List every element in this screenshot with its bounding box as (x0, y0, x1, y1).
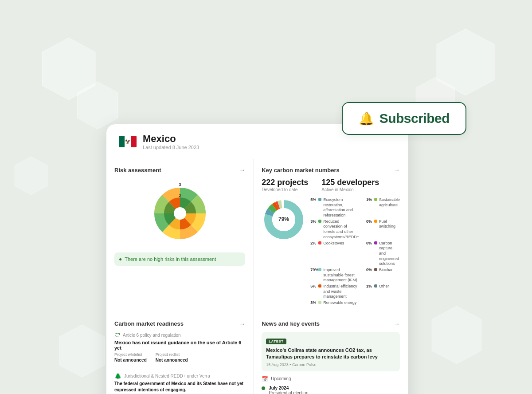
legend-item: 79% Improved sustainable forest manageme… (310, 268, 359, 283)
upcoming-section: 📅 Upcoming July 2024 Presidential electi… (262, 376, 400, 394)
carbon-donut-chart: 79% (262, 197, 306, 242)
svg-marker-6 (15, 157, 47, 195)
svg-text:2: 2 (179, 193, 181, 198)
legend-pct: 3% (310, 219, 317, 225)
legend-label: Renewable energy (323, 300, 356, 306)
legend-item: 0% Fuel switching (366, 219, 400, 240)
projects-label: Developed to date (262, 187, 308, 192)
legend-dot (374, 198, 377, 201)
legend-label: Cookstoves (323, 241, 344, 246)
news-panel-title: News and key events (262, 320, 320, 327)
calendar-icon: 📅 (262, 376, 268, 382)
legend-pct: 2% (310, 241, 317, 246)
carbon-stats: 222 projects Developed to date 125 devel… (262, 178, 400, 192)
timeline-content-1: July 2024 Presidential election (269, 386, 309, 394)
readiness-icon-row-2: 🌲 Jurisdictional & Nested REDD+ under Ve… (114, 373, 245, 379)
risk-panel-title: Risk assessment (114, 167, 161, 173)
svg-point-7 (174, 207, 186, 220)
legend-label: Ecosystem restoration, afforestation and… (323, 197, 359, 218)
tree-icon: 🌲 (114, 373, 121, 379)
redlist-label: Project redlist (156, 352, 188, 357)
developers-label: Active in Mexico (321, 187, 379, 192)
hex-decoration (434, 27, 497, 99)
latest-badge: LATEST (266, 339, 286, 344)
hex-decoration (40, 35, 98, 104)
risk-panel-arrow[interactable]: → (239, 166, 245, 173)
no-risk-badge: ● There are no high risks in this assess… (114, 252, 245, 266)
redlist-value: Not announced (156, 358, 188, 362)
readiness-panel-arrow[interactable]: → (239, 320, 245, 327)
news-meta: 15 Aug 2023 • Carbon Pulse (266, 362, 395, 367)
legend-label: Sustainable agriculture (379, 197, 400, 208)
mexico-flag: 🦅 (119, 136, 137, 147)
country-info: Mexico Last updated 8 June 2023 (143, 133, 199, 150)
risk-donut-container: 3 2 (114, 178, 245, 249)
subscribed-text: Subscribed (379, 111, 450, 126)
risk-panel-header: Risk assessment → (114, 166, 245, 173)
shield-icon: 🛡 (114, 332, 120, 339)
legend-label: Carbon capture and engineered solutions (379, 241, 400, 267)
legend-pct: 79% (310, 268, 317, 273)
legend-item: 3% Reduced conversion of forests and oth… (310, 219, 359, 240)
country-name: Mexico (143, 133, 199, 145)
legend-label: Other (379, 284, 389, 289)
risk-donut-chart: 3 2 (145, 178, 215, 249)
carbon-legend: 5% Ecosystem restoration, afforestation … (310, 197, 400, 306)
flag-white: 🦅 (125, 136, 130, 147)
news-title: Mexico's Colima state announces CO2 tax,… (266, 347, 395, 361)
news-panel-header: News and key events → (262, 320, 400, 327)
dashboard-card: 🦅 Mexico Last updated 8 June 2023 Risk a… (106, 124, 408, 394)
readiness-panel-header: Carbon market readiness → (114, 320, 245, 327)
readiness-item-1: 🛡 Article 6 policy and regulation Mexico… (114, 332, 245, 362)
whitelist-label: Project whitelist (114, 352, 147, 357)
upcoming-label: 📅 Upcoming (262, 376, 400, 382)
developers-count: 125 developers (321, 178, 379, 187)
svg-marker-2 (437, 29, 494, 95)
news-panel-arrow[interactable]: → (394, 320, 400, 327)
readiness-panel: Carbon market readiness → 🛡 Article 6 po… (106, 313, 254, 394)
risk-assessment-panel: Risk assessment → (106, 159, 254, 313)
legend-label: Industrial efficiency and waste manageme… (323, 284, 359, 299)
legend-pct: 1% (366, 197, 372, 203)
check-icon: ● (119, 256, 122, 262)
legend-item: 5% Industrial efficiency and waste manag… (310, 284, 359, 299)
legend-dot (318, 284, 321, 288)
dashboard-container: 🦅 Mexico Last updated 8 June 2023 Risk a… (98, 124, 408, 394)
legend-pct: 3% (310, 300, 317, 306)
whitelist-value: Not announced (114, 358, 147, 362)
legend-pct: 0% (366, 219, 372, 225)
legend-pct: 5% (310, 284, 317, 289)
legend-pct: 5% (310, 197, 317, 203)
developers-stat: 125 developers Active in Mexico (321, 178, 379, 192)
news-panel: News and key events → LATEST Mexico's Co… (254, 313, 408, 394)
legend-item: 0% Carbon capture and engineered solutio… (366, 241, 400, 267)
legend-dot (318, 241, 321, 244)
panels-grid: Risk assessment → (106, 159, 408, 394)
bell-icon: 🔔 (359, 111, 374, 126)
subscribed-badge[interactable]: 🔔 Subscribed (342, 102, 466, 135)
readiness-section-label-2: Jurisdictional & Nested REDD+ under Verr… (124, 374, 210, 378)
legend-dot (374, 268, 377, 271)
legend-item: 5% Ecosystem restoration, afforestation … (310, 197, 359, 218)
news-card[interactable]: LATEST Mexico's Colima state announces C… (262, 332, 400, 371)
carbon-panel-arrow[interactable]: → (394, 166, 400, 173)
flag-green (119, 136, 125, 147)
no-risk-text: There are no high risks in this assessme… (125, 256, 216, 262)
upcoming-text: Upcoming (271, 376, 291, 381)
legend-label: Reduced conversion of forests and other … (323, 219, 359, 240)
carbon-panel-header: Key carbon market numbers → (262, 166, 400, 173)
readiness-long-text: The federal government of Mexico and its… (114, 381, 245, 393)
legend-dot (318, 301, 321, 304)
svg-marker-0 (42, 38, 95, 100)
news-source: Carbon Pulse (292, 362, 317, 367)
projects-count: 222 projects (262, 178, 308, 187)
timeline-dot-1 (262, 386, 265, 390)
legend-pct: 1% (366, 284, 372, 289)
legend-dot (374, 241, 377, 244)
legend-pct: 0% (366, 268, 372, 273)
legend-dot (374, 284, 377, 288)
carbon-chart-area: 79% 5% Ecosystem restoration, afforestat… (262, 197, 400, 306)
svg-text:3: 3 (179, 182, 181, 187)
legend-dot (318, 220, 321, 223)
legend-item: 3% Renewable energy (310, 300, 359, 306)
